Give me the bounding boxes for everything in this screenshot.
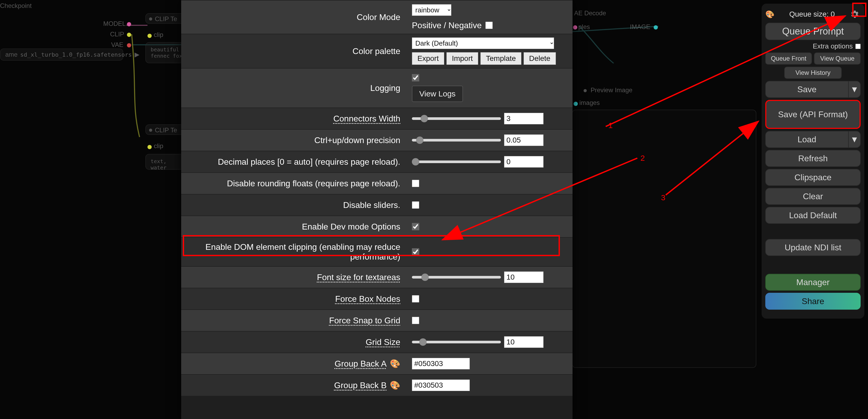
group-back-a-input[interactable]: [412, 358, 470, 369]
setting-dom-clip-label: Enable DOM element clipping (enabling ma…: [184, 242, 400, 262]
connectors-width-input[interactable]: [504, 113, 544, 124]
view-logs-button[interactable]: View Logs: [412, 86, 463, 102]
port-dot-clip: [127, 33, 131, 37]
setting-logging-label: Logging: [370, 83, 400, 93]
bg-clip-port-1: clip: [154, 31, 163, 38]
save-button[interactable]: Save: [765, 81, 848, 98]
extra-options-label: Extra options: [813, 42, 853, 50]
bg-label-clip: CLIP: [110, 31, 124, 38]
status-bar: 🎨 Queue size: 0: [765, 8, 861, 20]
save-dropdown-button[interactable]: ▼: [848, 81, 861, 98]
clipspace-button[interactable]: Clipspace: [765, 169, 861, 186]
anno-number-2: 2: [641, 154, 645, 162]
setting-disable-rounding-label: Disable rounding floats (requires page r…: [227, 179, 400, 188]
svg-line-2: [666, 121, 758, 195]
devmode-checkbox[interactable]: [412, 223, 419, 230]
decimal-places-slider[interactable]: [412, 160, 501, 163]
setting-color-palette-label: Color palette: [352, 47, 400, 56]
bg-clip-port-2: clip: [154, 142, 163, 150]
settings-dialog: Color Mode rainbow Positive / Negative C…: [181, 0, 572, 419]
color-palette-select[interactable]: Dark (Default): [412, 37, 554, 49]
view-history-button[interactable]: View History: [784, 67, 841, 79]
menu-dot-icon: [149, 128, 152, 132]
share-button[interactable]: Share: [765, 293, 861, 310]
disable-rounding-checkbox[interactable]: [412, 180, 419, 187]
queue-prompt-button[interactable]: Queue Prompt: [765, 23, 861, 40]
menu-dot-icon: [149, 18, 152, 21]
queue-size-value: 0: [831, 10, 835, 18]
save-api-format-button[interactable]: Save (API Format): [765, 100, 861, 129]
palette-delete-button[interactable]: Delete: [524, 52, 556, 65]
bg-preview-title: Preview Image: [584, 86, 632, 94]
group-back-b-input[interactable]: [412, 380, 470, 391]
port-dot-ples: [573, 25, 577, 30]
setting-force-box-label: Force Box Nodes: [335, 294, 400, 304]
update-ndi-button[interactable]: Update NDI list: [765, 239, 861, 256]
extra-options-checkbox[interactable]: [855, 44, 861, 49]
setting-group-back-b-label: Group Back B: [334, 381, 386, 390]
queue-front-button[interactable]: Queue Front: [765, 53, 812, 65]
palette-icon: 🎨: [390, 380, 400, 390]
ctrl-precision-slider[interactable]: [412, 139, 501, 142]
force-snap-checkbox[interactable]: [412, 317, 419, 324]
port-dot-image-out: [654, 25, 658, 30]
settings-scroll-area[interactable]: Color Mode rainbow Positive / Negative C…: [181, 0, 572, 419]
bg-node-clip-te-1: CLIP Te: [145, 13, 185, 24]
disable-sliders-checkbox[interactable]: [412, 201, 419, 209]
bg-label-vae: VAE: [111, 41, 123, 49]
setting-devmode-label: Enable Dev mode Options: [302, 222, 400, 232]
dom-clip-checkbox[interactable]: [412, 248, 419, 256]
grid-size-slider[interactable]: [412, 341, 501, 343]
grid-size-input[interactable]: [504, 336, 544, 348]
palette-template-button[interactable]: Template: [480, 52, 521, 65]
font-size-input[interactable]: [504, 271, 544, 283]
setting-force-snap-label: Force Snap to Grid: [329, 316, 400, 325]
port-dot-clip-in-2: [148, 145, 152, 149]
save-api-format-label: Save (API Format): [778, 109, 848, 119]
font-size-slider[interactable]: [412, 276, 501, 278]
port-dot-vae: [127, 43, 131, 48]
bg-images-label: images: [579, 99, 600, 107]
bg-vae-decode-title: AE Decode: [574, 9, 606, 17]
setting-disable-sliders-label: Disable sliders.: [343, 200, 400, 210]
posneg-label: Positive / Negative: [412, 21, 482, 30]
anno-number-1: 1: [608, 121, 613, 130]
chevron-down-icon: ▼: [850, 134, 859, 144]
refresh-button[interactable]: Refresh: [765, 150, 861, 167]
gear-icon[interactable]: [849, 8, 861, 20]
bg-label-model: MODEL: [103, 20, 126, 27]
bg-clip-te-title-2: CLIP Te: [155, 126, 177, 134]
palette-export-button[interactable]: Export: [412, 52, 444, 65]
load-button[interactable]: Load: [765, 131, 848, 148]
bg-image-label: IMAGE: [630, 23, 650, 31]
load-dropdown-button[interactable]: ▼: [848, 131, 861, 148]
clear-button[interactable]: Clear: [765, 188, 861, 205]
bg-node-clip-te-2: CLIP Te: [145, 124, 185, 135]
color-mode-select[interactable]: rainbow: [412, 4, 452, 16]
bg-node-checkpoint-title: Checkpoint: [0, 2, 32, 9]
bg-prompt-box-1[interactable]: beautiful l fennec fox: [145, 42, 185, 63]
connectors-width-slider[interactable]: [412, 117, 501, 120]
port-dot-images: [574, 102, 578, 106]
force-box-checkbox[interactable]: [412, 295, 419, 302]
ctrl-precision-input[interactable]: [504, 134, 544, 146]
bg-ples-label: ples: [578, 23, 590, 31]
setting-font-size-label: Font size for textareas: [317, 272, 400, 282]
manager-button[interactable]: Manager: [765, 274, 861, 291]
bg-clip-te-title-1: CLIP Te: [155, 15, 177, 23]
view-queue-button[interactable]: View Queue: [814, 53, 861, 65]
bg-ckpt-selector[interactable]: ame sd_xl_turbo_1.0_fp16.safetensors ▶: [0, 49, 123, 61]
side-panel: 🎨 Queue size: 0 Queue Prompt Extra optio…: [762, 4, 864, 319]
logging-checkbox[interactable]: [412, 74, 419, 82]
posneg-checkbox[interactable]: [485, 22, 493, 29]
bg-prompt-box-2[interactable]: text, water: [145, 154, 185, 170]
setting-ctrl-precision-label: Ctrl+up/down precision: [314, 136, 400, 145]
setting-decimal-places-label: Decimal places [0 = auto] (requires page…: [218, 157, 400, 167]
palette-import-button[interactable]: Import: [446, 52, 478, 65]
load-default-button[interactable]: Load Default: [765, 207, 861, 224]
anno-number-3: 3: [661, 193, 665, 202]
palette-icon[interactable]: 🎨: [765, 10, 775, 19]
bg-ckpt-file: sd_xl_turbo_1.0_fp16.safetensors: [20, 51, 132, 58]
decimal-places-input[interactable]: [504, 156, 544, 168]
play-icon: ▶: [134, 51, 139, 58]
